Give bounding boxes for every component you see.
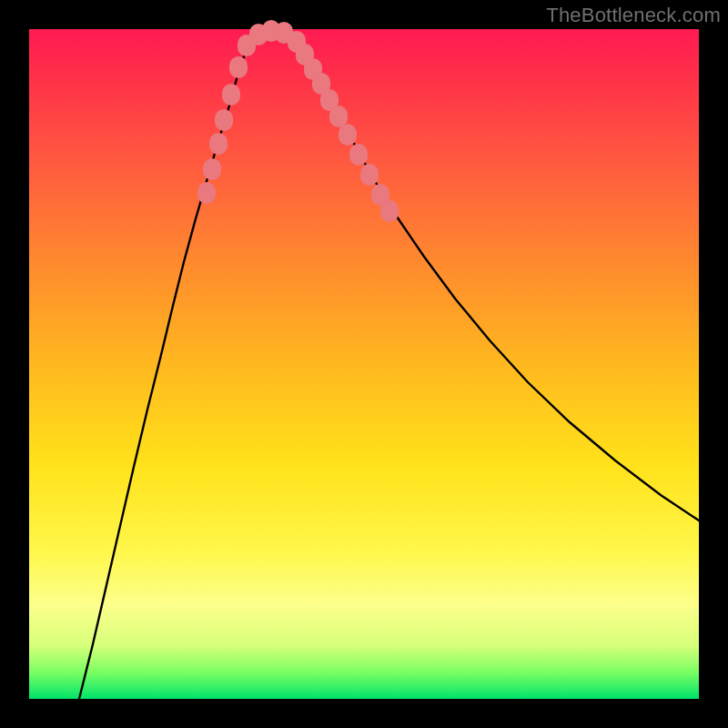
curve-marker bbox=[339, 124, 357, 146]
watermark-text: TheBottleneck.com bbox=[546, 4, 721, 27]
curve-marker bbox=[197, 182, 216, 204]
curve-marker bbox=[203, 158, 221, 180]
plot-area bbox=[29, 29, 699, 699]
curve-marker bbox=[329, 106, 348, 127]
curve-marker bbox=[215, 109, 233, 131]
curve-marker bbox=[209, 133, 228, 155]
curve-marker bbox=[229, 56, 248, 78]
chart-frame: TheBottleneck.com bbox=[0, 0, 728, 728]
curve-marker bbox=[349, 144, 368, 166]
curve-marker bbox=[222, 84, 240, 106]
curve-marker bbox=[380, 200, 399, 222]
chart-svg bbox=[29, 29, 699, 699]
curve-marker bbox=[360, 164, 379, 186]
bottleneck-curve bbox=[79, 30, 699, 699]
marker-group bbox=[197, 20, 399, 222]
